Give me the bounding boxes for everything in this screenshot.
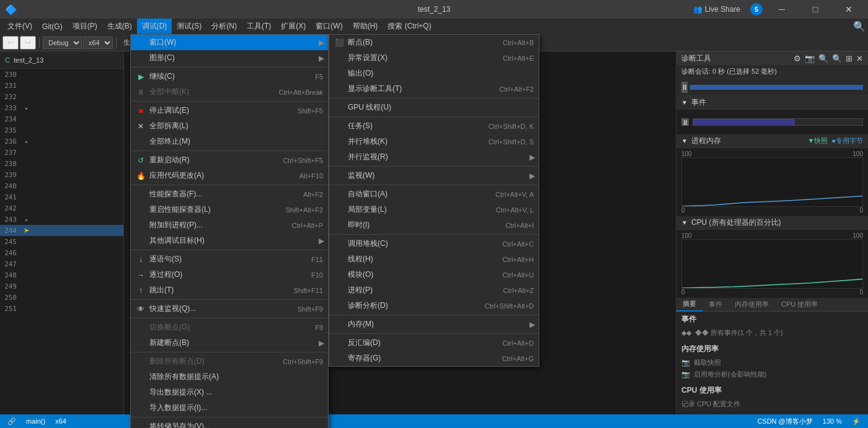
diag-events-section-header[interactable]: ▼ 事件 bbox=[676, 96, 868, 110]
sub-item-parallel-watch[interactable]: 并行监视(R) ▶ bbox=[329, 149, 539, 165]
debug-item-quickwatch[interactable]: 👁 快速监视(Q)... Shift+F9 bbox=[131, 301, 328, 317]
sub-item-threads[interactable]: 线程(H) Ctrl+Alt+H bbox=[329, 251, 539, 267]
tab-cpu-usage[interactable]: CPU 使用率 bbox=[775, 298, 824, 312]
search-icon[interactable]: 🔍 bbox=[853, 20, 866, 32]
memory-y-low: 0 bbox=[681, 207, 685, 214]
menu-analyze[interactable]: 分析(N) bbox=[206, 19, 242, 34]
debug-item-graphics[interactable]: ▶ 图形(C) bbox=[131, 50, 328, 66]
debug-item-terminate-all[interactable]: 全部终止(M) bbox=[131, 134, 328, 149]
debug-item-profiler[interactable]: 性能探查器(F)... Alt+F2 bbox=[131, 186, 328, 202]
debug-item-save-dump[interactable]: 将转储另存为(V)... bbox=[131, 419, 328, 428]
sub-item-disassembly[interactable]: 反汇编(D) Ctrl+Alt+D bbox=[329, 335, 539, 351]
diag-settings-icon[interactable]: ⚙ bbox=[794, 54, 801, 63]
diag-session-info: 诊断会话: 0 秒 (已选择 52 毫秒) bbox=[676, 65, 868, 79]
heap-analysis-link[interactable]: 📷 启用堆分析(会影响性能) bbox=[681, 369, 863, 380]
sub-sep-1 bbox=[329, 98, 539, 98]
live-share-button[interactable]: 👥 Live Share bbox=[688, 4, 745, 15]
sub-item-output[interactable]: 输出(O) bbox=[329, 66, 539, 81]
menu-file[interactable]: 文件(V) bbox=[2, 19, 37, 34]
status-notification-icon[interactable]: ⚡ bbox=[849, 417, 863, 426]
code-line: 249 bbox=[0, 281, 123, 292]
diag-zoom-in-icon[interactable]: 🔍 bbox=[818, 54, 828, 63]
menu-search[interactable]: 搜索 (Ctrl+Q) bbox=[383, 19, 436, 34]
sub-sep-4 bbox=[329, 185, 539, 185]
menu-extensions[interactable]: 扩展(X) bbox=[276, 19, 311, 34]
status-platform[interactable]: x64 bbox=[53, 417, 69, 425]
sub-item-modules[interactable]: 模块(O) Ctrl+Alt+U bbox=[329, 267, 539, 282]
tab-memory-usage[interactable]: 内存使用率 bbox=[728, 298, 775, 312]
debug-item-new-bp[interactable]: 新建断点(B) ▶ bbox=[131, 335, 328, 351]
menu-window[interactable]: 窗口(W) bbox=[311, 19, 347, 34]
sub-item-diag-analysis[interactable]: 诊断分析(D) Ctrl+Shift+Alt+D bbox=[329, 298, 539, 313]
diag-close-icon[interactable]: ✕ bbox=[856, 54, 863, 63]
code-tab[interactable]: C test_2_13 bbox=[0, 51, 123, 69]
timeline-pause-icon[interactable]: ⏸ bbox=[681, 82, 688, 93]
debug-item-other-targets[interactable]: 其他调试目标(H) ▶ bbox=[131, 233, 328, 248]
sub-item-memory[interactable]: 内存(M) ▶ bbox=[329, 317, 539, 332]
debug-item-continue[interactable]: ▶ 继续(C) F5 bbox=[131, 69, 328, 84]
debug-item-window[interactable]: ▶ 窗口(W) bbox=[131, 35, 328, 50]
sub-item-diagnostics[interactable]: 显示诊断工具(T) Ctrl+Alt+F2 bbox=[329, 81, 539, 97]
sub-item-parallel-stacks[interactable]: 并行堆栈(K) Ctrl+Shift+D, S bbox=[329, 134, 539, 149]
sub-item-breakpoints[interactable]: ⬛ 断点(B) Ctrl+Alt+B bbox=[329, 35, 539, 50]
tab-events[interactable]: 事件 bbox=[702, 298, 728, 312]
user-avatar[interactable]: 5 bbox=[750, 3, 763, 15]
debug-item-restart[interactable]: ↺ 重新启动(R) Ctrl+Shift+F5 bbox=[131, 152, 328, 168]
status-branch-icon[interactable]: 🔗 bbox=[5, 417, 19, 426]
debug-item-attach-process[interactable]: 附加到进程(P)... Ctrl+Alt+P bbox=[131, 217, 328, 233]
debug-item-import-datatips[interactable]: 导入数据提示(I)... bbox=[131, 400, 328, 416]
debug-config-select[interactable]: Debug bbox=[43, 37, 82, 49]
debug-item-step-out[interactable]: ↑ 跳出(T) Shift+F11 bbox=[131, 282, 328, 298]
redo-button[interactable]: ↪ bbox=[20, 36, 36, 50]
snapshot-link[interactable]: 📷 截取快照 bbox=[681, 357, 863, 369]
debug-item-step-into[interactable]: ↓ 逐语句(S) F11 bbox=[131, 251, 328, 267]
sub-item-watch[interactable]: 监视(W) ▶ bbox=[329, 168, 539, 183]
menu-git[interactable]: Git(G) bbox=[37, 19, 68, 34]
code-line: 248 bbox=[0, 269, 123, 281]
tab-summary[interactable]: 摘要 bbox=[676, 298, 702, 312]
diag-cpu-section-header[interactable]: ▼ CPU (所有处理器的百分比) bbox=[676, 216, 868, 230]
sub-item-immediate[interactable]: 即时(I) Ctrl+Alt+I bbox=[329, 217, 539, 233]
debug-item-step-over[interactable]: → 逐过程(O) F10 bbox=[131, 267, 328, 282]
debug-item-stop[interactable]: ■ 停止调试(E) Shift+F5 bbox=[131, 103, 328, 118]
sub-item-registers[interactable]: 寄存器(G) Ctrl+Alt+G bbox=[329, 351, 539, 366]
close-button[interactable]: ✕ bbox=[835, 0, 863, 19]
menu-help[interactable]: 帮助(H) bbox=[348, 19, 383, 34]
debug-item-apply-code[interactable]: 🔥 应用代码更改(A) Alt+F10 bbox=[131, 168, 328, 183]
debug-item-restart-profiler[interactable]: 重启性能探查器(L) Shift+Alt+F2 bbox=[131, 202, 328, 217]
diag-zoom-out-icon[interactable]: 🔍 bbox=[832, 54, 842, 63]
menu-tools[interactable]: 工具(T) bbox=[242, 19, 276, 34]
platform-select[interactable]: x64 bbox=[83, 37, 113, 49]
sub-item-gpu[interactable]: GPU 线程(U) bbox=[329, 100, 539, 115]
debug-item-export-datatips[interactable]: 导出数据提示(X) ... bbox=[131, 385, 328, 400]
status-attribution[interactable]: CSDN @博客小梦 bbox=[755, 417, 815, 426]
submenu-arrow-graphics: ▶ bbox=[319, 54, 324, 63]
events-toggle-icon[interactable]: ⏸ bbox=[681, 118, 689, 126]
undo-button[interactable]: ↩ bbox=[2, 36, 19, 50]
menu-build[interactable]: 生成(B) bbox=[102, 19, 137, 34]
status-zoom-level[interactable]: 130 % bbox=[820, 417, 844, 425]
sub-item-auto[interactable]: 自动窗口(A) Ctrl+Alt+V, A bbox=[329, 186, 539, 202]
maximize-button[interactable]: □ bbox=[801, 0, 830, 19]
diag-memory-section-header[interactable]: ▼ 进程内存 ▼快照 ●专用字节 bbox=[676, 134, 868, 148]
menu-test[interactable]: 测试(S) bbox=[172, 19, 206, 34]
menu-project[interactable]: 项目(P) bbox=[68, 19, 102, 34]
diag-summary-content: 事件 ◆◆ ◆◆ 所有事件(1 个，共 1 个) 内存使用率 📷 截取快照 📷 … bbox=[676, 312, 868, 414]
cpu-profile-link[interactable]: 记录 CPU 配置文件 bbox=[681, 398, 863, 410]
sub-item-callstack[interactable]: 调用堆栈(C) Ctrl+Alt+C bbox=[329, 236, 539, 251]
diagnostics-panel: 诊断工具 ⚙ 📷 🔍 🔍 ⊞ ✕ 诊断会话: 0 秒 (已选择 52 毫秒) ⏸… bbox=[676, 51, 868, 414]
sub-item-processes[interactable]: 进程(P) Ctrl+Alt+Z bbox=[329, 282, 539, 298]
step-out-icon: ↑ bbox=[136, 286, 146, 295]
diag-snapshot-icon[interactable]: 📷 bbox=[805, 54, 815, 63]
debug-item-detach[interactable]: ✕ 全部拆离(L) bbox=[131, 118, 328, 134]
minimize-button[interactable]: ─ bbox=[768, 0, 796, 19]
sub-item-exceptions[interactable]: 异常设置(X) Ctrl+Alt+E bbox=[329, 50, 539, 66]
debug-item-clear-datatips[interactable]: 清除所有数据提示(A) bbox=[131, 369, 328, 385]
status-function-name[interactable]: main() bbox=[24, 417, 48, 425]
sub-item-locals[interactable]: 局部变量(L) Ctrl+Alt+V, L bbox=[329, 202, 539, 217]
summary-events-title: 事件 bbox=[681, 314, 863, 325]
sub-item-tasks[interactable]: 任务(S) Ctrl+Shift+D, K bbox=[329, 118, 539, 134]
menu-debug[interactable]: 调试(D) bbox=[137, 19, 172, 34]
diag-fit-icon[interactable]: ⊞ bbox=[846, 54, 852, 63]
title-bar: 🔷 test_2_13 👥 Live Share 5 ─ □ ✕ bbox=[0, 0, 868, 19]
